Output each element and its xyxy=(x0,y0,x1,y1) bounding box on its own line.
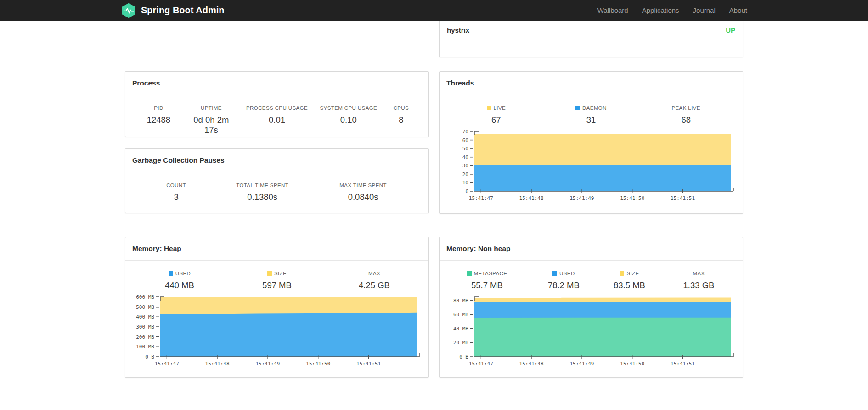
metric-value: 1.33 GB xyxy=(660,280,737,290)
metric-label: DAEMON xyxy=(547,105,635,111)
metric-value: 67 xyxy=(445,115,547,125)
application-name: hystrix xyxy=(447,26,469,34)
svg-text:0: 0 xyxy=(465,188,468,194)
metric-label: MAX xyxy=(326,271,423,276)
heap-chart: 0 B100 MB200 MB300 MB400 MB500 MB600 MB1… xyxy=(131,292,423,371)
metric-label: SIZE xyxy=(598,271,660,276)
metric-value: 0d 0h 2m 17s xyxy=(186,115,236,135)
svg-text:60 MB: 60 MB xyxy=(453,312,468,318)
size-legend-swatch xyxy=(267,271,272,276)
gc-card-title: Garbage Collection Pauses xyxy=(125,149,428,172)
metric-label: COUNT xyxy=(131,182,221,188)
svg-text:500 MB: 500 MB xyxy=(136,304,154,310)
application-row-hystrix[interactable]: hystrix UP xyxy=(440,21,743,40)
memory-heap-card: Memory: Heap USED 440 MB SIZE xyxy=(125,237,429,378)
svg-text:15:41:49: 15:41:49 xyxy=(256,361,280,367)
metric-nonheap-size: SIZE 83.5 MB xyxy=(598,271,660,290)
svg-text:400 MB: 400 MB xyxy=(136,314,154,320)
svg-text:600 MB: 600 MB xyxy=(136,294,154,300)
svg-text:20 MB: 20 MB xyxy=(453,340,468,346)
svg-text:80 MB: 80 MB xyxy=(453,297,468,303)
svg-text:50: 50 xyxy=(462,146,468,152)
metric-nonheap-used: USED 78.2 MB xyxy=(529,271,598,290)
metric-process-cpu-usage: PROCESS CPU USAGE 0.01 xyxy=(236,105,318,135)
svg-text:15:41:50: 15:41:50 xyxy=(306,361,330,367)
svg-text:40: 40 xyxy=(462,154,468,160)
svg-text:15:41:49: 15:41:49 xyxy=(570,195,594,201)
svg-text:15:41:50: 15:41:50 xyxy=(620,195,644,201)
metric-threads-live: LIVE 67 xyxy=(445,105,547,125)
metric-value: 55.7 MB xyxy=(445,280,529,290)
metric-heap-used: USED 440 MB xyxy=(131,271,228,290)
svg-text:15:41:51: 15:41:51 xyxy=(356,361,381,367)
svg-text:0 B: 0 B xyxy=(459,354,468,360)
metric-label: MAX TIME SPENT xyxy=(303,182,423,188)
stacked-area-chart: 01020304050607015:41:4715:41:4815:41:491… xyxy=(445,127,737,204)
metric-value: 0.10 xyxy=(318,115,379,125)
metric-value: 597 MB xyxy=(228,280,326,290)
stacked-area-chart: 0 B100 MB200 MB300 MB400 MB500 MB600 MB1… xyxy=(131,292,423,370)
brand-link[interactable]: Spring Boot Admin xyxy=(121,3,224,18)
metric-label: MAX xyxy=(660,271,737,276)
metric-value: 4.25 GB xyxy=(326,280,423,290)
metric-value: 440 MB xyxy=(131,280,228,290)
svg-text:15:41:51: 15:41:51 xyxy=(671,361,695,367)
metric-label: PEAK LIVE xyxy=(635,105,737,111)
metric-label: SIZE xyxy=(228,271,326,276)
svg-text:15:41:50: 15:41:50 xyxy=(620,361,644,367)
memory-nonheap-card: Memory: Non heap METASPACE 55.7 MB USED xyxy=(439,237,743,378)
process-card: Process PID 12488 UPTIME 0d 0h 2m 17s PR… xyxy=(125,71,429,137)
metric-system-cpu-usage: SYSTEM CPU USAGE 0.10 xyxy=(318,105,379,135)
metric-label: PID xyxy=(131,105,186,111)
stacked-area-chart: 0 B20 MB40 MB60 MB80 MB15:41:4715:41:481… xyxy=(445,292,737,370)
svg-text:70: 70 xyxy=(462,129,468,135)
svg-text:10: 10 xyxy=(462,180,468,186)
threads-card: Threads LIVE 67 DAEMON xyxy=(439,71,743,214)
svg-text:15:41:47: 15:41:47 xyxy=(155,361,179,367)
metric-gc-total-time: TOTAL TIME SPENT 0.1380s xyxy=(221,182,303,202)
left-column-spacer xyxy=(125,21,429,71)
process-card-body: PID 12488 UPTIME 0d 0h 2m 17s PROCESS CP… xyxy=(125,95,428,137)
nav-applications[interactable]: Applications xyxy=(642,6,679,14)
svg-text:15:41:51: 15:41:51 xyxy=(671,195,695,201)
gc-card-body: COUNT 3 TOTAL TIME SPENT 0.1380s MAX TIM… xyxy=(125,172,428,213)
svg-text:30: 30 xyxy=(462,163,468,169)
nav-about[interactable]: About xyxy=(729,6,747,14)
metric-nonheap-max: MAX 1.33 GB xyxy=(660,271,737,290)
gc-metrics: COUNT 3 TOTAL TIME SPENT 0.1380s MAX TIM… xyxy=(131,182,423,202)
nonheap-card-title: Memory: Non heap xyxy=(440,237,743,261)
metric-label: METASPACE xyxy=(445,271,529,276)
navbar-container: Spring Boot Admin Wallboard Applications… xyxy=(121,3,747,18)
metric-threads-daemon: DAEMON 31 xyxy=(547,105,635,125)
metric-value: 0.1380s xyxy=(221,192,303,202)
metric-value: 8 xyxy=(379,115,423,125)
main-content: Process PID 12488 UPTIME 0d 0h 2m 17s PR… xyxy=(125,21,743,378)
threads-legend: LIVE 67 DAEMON 31 PEAK LIVE 68 xyxy=(445,105,737,125)
metric-label: USED xyxy=(529,271,598,276)
status-badge: UP xyxy=(726,26,735,34)
svg-text:15:41:48: 15:41:48 xyxy=(519,195,544,201)
spring-boot-admin-logo-icon xyxy=(121,3,136,18)
heap-card-body: USED 440 MB SIZE 597 MB MAX 4.25 GB xyxy=(125,261,428,378)
metric-value: 3 xyxy=(131,192,221,202)
svg-text:60: 60 xyxy=(462,137,468,143)
svg-text:300 MB: 300 MB xyxy=(136,324,154,330)
metric-gc-count: COUNT 3 xyxy=(131,182,221,202)
svg-text:15:41:47: 15:41:47 xyxy=(469,195,493,201)
metric-value: 0.01 xyxy=(236,115,318,125)
metric-label: CPUS xyxy=(379,105,423,111)
heap-card-title: Memory: Heap xyxy=(125,237,428,261)
nav-journal[interactable]: Journal xyxy=(693,6,716,14)
daemon-legend-swatch xyxy=(575,106,580,110)
used-legend-swatch xyxy=(552,271,557,276)
heap-legend: USED 440 MB SIZE 597 MB MAX 4.25 GB xyxy=(131,271,423,290)
svg-text:100 MB: 100 MB xyxy=(136,344,154,350)
svg-text:20: 20 xyxy=(462,171,468,177)
application-list-card: hystrix UP xyxy=(439,21,743,57)
brand-title: Spring Boot Admin xyxy=(141,5,224,16)
metric-value: 83.5 MB xyxy=(598,280,660,290)
nav-wallboard[interactable]: Wallboard xyxy=(597,6,628,14)
metric-value: 0.0840s xyxy=(303,192,423,202)
nonheap-legend: METASPACE 55.7 MB USED 78.2 MB xyxy=(445,271,737,290)
metric-label: USED xyxy=(131,271,228,276)
